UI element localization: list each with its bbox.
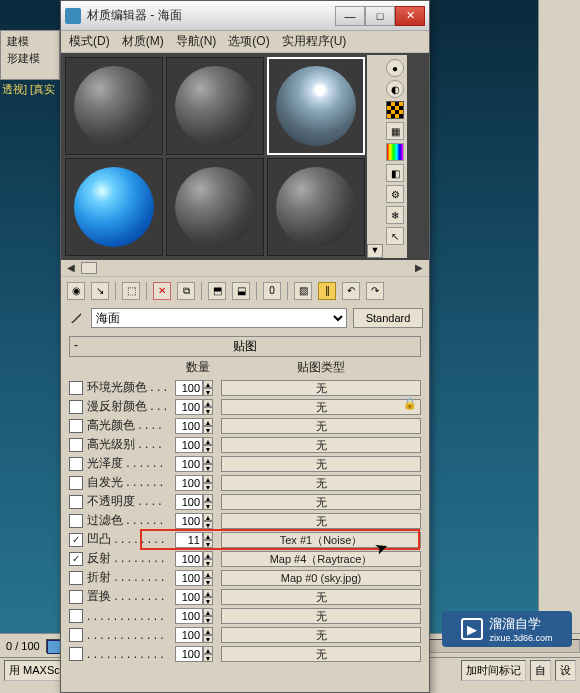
- map-amount-spinner[interactable]: ▲▼: [175, 589, 217, 605]
- spinner-down-icon[interactable]: ▼: [203, 635, 213, 643]
- map-enable-checkbox[interactable]: [69, 628, 83, 642]
- spinner-down-icon[interactable]: ▼: [203, 483, 213, 491]
- put-to-library-icon[interactable]: ⬓: [232, 282, 250, 300]
- map-slot-button[interactable]: 无: [221, 418, 421, 434]
- material-type-button[interactable]: Standard: [353, 308, 423, 328]
- show-map-icon[interactable]: ▧: [294, 282, 312, 300]
- map-amount-spinner[interactable]: ▲▼: [175, 627, 217, 643]
- map-amount-spinner[interactable]: ▲▼: [175, 608, 217, 624]
- map-slot-button[interactable]: Tex #1（Noise）: [221, 532, 421, 548]
- map-amount-spinner[interactable]: ▲▼: [175, 418, 217, 434]
- map-amount-spinner[interactable]: ▲▼: [175, 570, 217, 586]
- map-amount-spinner[interactable]: ▲▼: [175, 475, 217, 491]
- rollout-collapse-icon[interactable]: -: [74, 338, 78, 352]
- spinner-up-icon[interactable]: ▲: [203, 380, 213, 388]
- sample-hscroll[interactable]: ◀ ▶: [61, 260, 429, 276]
- map-enable-checkbox[interactable]: [69, 381, 83, 395]
- map-enable-checkbox[interactable]: [69, 590, 83, 604]
- spinner-down-icon[interactable]: ▼: [203, 540, 213, 548]
- map-slot-button[interactable]: 无: [221, 494, 421, 510]
- video-color-icon[interactable]: [386, 143, 404, 161]
- map-enable-checkbox[interactable]: [69, 647, 83, 661]
- go-forward-icon[interactable]: ↷: [366, 282, 384, 300]
- spinner-down-icon[interactable]: ▼: [203, 426, 213, 434]
- put-to-scene-icon[interactable]: ↘: [91, 282, 109, 300]
- map-enable-checkbox[interactable]: [69, 514, 83, 528]
- map-amount-spinner[interactable]: ▲▼: [175, 399, 217, 415]
- title-bar[interactable]: 材质编辑器 - 海面 — □ ✕: [61, 1, 429, 31]
- map-slot-button[interactable]: 无: [221, 456, 421, 472]
- sample-uv-icon[interactable]: ▦: [386, 122, 404, 140]
- maps-rollout-header[interactable]: - 贴图: [69, 336, 421, 357]
- spinner-down-icon[interactable]: ▼: [203, 616, 213, 624]
- maxscript-label[interactable]: 用 MAXSc: [4, 660, 65, 681]
- map-amount-input[interactable]: [175, 494, 203, 510]
- map-amount-input[interactable]: [175, 608, 203, 624]
- lock-icon[interactable]: 🔒: [403, 397, 415, 409]
- sample-type-icon[interactable]: ●: [386, 59, 404, 77]
- map-enable-checkbox[interactable]: [69, 571, 83, 585]
- map-slot-button[interactable]: 无: [221, 475, 421, 491]
- spinner-down-icon[interactable]: ▼: [203, 521, 213, 529]
- map-amount-input[interactable]: [175, 437, 203, 453]
- spinner-up-icon[interactable]: ▲: [203, 418, 213, 426]
- map-amount-spinner[interactable]: ▲▼: [175, 532, 217, 548]
- pick-material-icon[interactable]: [67, 309, 85, 327]
- hscroll-left-icon[interactable]: ◀: [65, 262, 77, 274]
- spinner-down-icon[interactable]: ▼: [203, 388, 213, 396]
- map-amount-input[interactable]: [175, 627, 203, 643]
- map-slot-button[interactable]: 无: [221, 513, 421, 529]
- spinner-down-icon[interactable]: ▼: [203, 597, 213, 605]
- map-amount-input[interactable]: [175, 418, 203, 434]
- map-amount-spinner[interactable]: ▲▼: [175, 494, 217, 510]
- close-button[interactable]: ✕: [395, 6, 425, 26]
- sample-slot-5[interactable]: [166, 158, 264, 256]
- spinner-up-icon[interactable]: ▲: [203, 589, 213, 597]
- map-enable-checkbox[interactable]: [69, 457, 83, 471]
- options-icon[interactable]: ⚙: [386, 185, 404, 203]
- make-preview-icon[interactable]: ◧: [386, 164, 404, 182]
- panel-label[interactable]: 形建模: [3, 50, 57, 67]
- map-amount-spinner[interactable]: ▲▼: [175, 380, 217, 396]
- map-amount-input[interactable]: [175, 475, 203, 491]
- make-copy-icon[interactable]: ⧉: [177, 282, 195, 300]
- add-time-tag-button[interactable]: 加时间标记: [461, 660, 526, 681]
- material-id-icon[interactable]: 0: [263, 282, 281, 300]
- map-slot-button[interactable]: 无: [221, 589, 421, 605]
- sample-slot-1[interactable]: [65, 57, 163, 155]
- spinner-down-icon[interactable]: ▼: [203, 559, 213, 567]
- menu-mode[interactable]: 模式(D): [69, 33, 110, 50]
- menu-navigate[interactable]: 导航(N): [176, 33, 217, 50]
- map-slot-button[interactable]: 无: [221, 646, 421, 662]
- vscroll-down[interactable]: ▼: [367, 244, 383, 258]
- map-amount-spinner[interactable]: ▲▼: [175, 646, 217, 662]
- menu-utility[interactable]: 实用程序(U): [282, 33, 347, 50]
- map-amount-input[interactable]: [175, 646, 203, 662]
- spinner-up-icon[interactable]: ▲: [203, 399, 213, 407]
- spinner-up-icon[interactable]: ▲: [203, 475, 213, 483]
- background-icon[interactable]: [386, 101, 404, 119]
- backlight-icon[interactable]: ◐: [386, 80, 404, 98]
- map-amount-spinner[interactable]: ▲▼: [175, 513, 217, 529]
- sample-slot-4[interactable]: [65, 158, 163, 256]
- map-amount-input[interactable]: [175, 551, 203, 567]
- map-slot-button[interactable]: 无: [221, 380, 421, 396]
- map-amount-input[interactable]: [175, 532, 203, 548]
- get-material-icon[interactable]: ◉: [67, 282, 85, 300]
- map-amount-input[interactable]: [175, 570, 203, 586]
- set-key-button[interactable]: 设: [555, 660, 576, 681]
- map-slot-button[interactable]: 无: [221, 437, 421, 453]
- spinner-down-icon[interactable]: ▼: [203, 445, 213, 453]
- reset-map-icon[interactable]: ✕: [153, 282, 171, 300]
- spinner-up-icon[interactable]: ▲: [203, 551, 213, 559]
- maximize-button[interactable]: □: [365, 6, 395, 26]
- map-slot-button[interactable]: 无: [221, 399, 421, 415]
- spinner-up-icon[interactable]: ▲: [203, 627, 213, 635]
- hscroll-thumb[interactable]: [81, 262, 97, 274]
- spinner-up-icon[interactable]: ▲: [203, 646, 213, 654]
- go-to-parent-icon[interactable]: ↶: [342, 282, 360, 300]
- material-map-navigator-icon[interactable]: ↖: [386, 227, 404, 245]
- spinner-down-icon[interactable]: ▼: [203, 464, 213, 472]
- spinner-up-icon[interactable]: ▲: [203, 456, 213, 464]
- map-enable-checkbox[interactable]: [69, 552, 83, 566]
